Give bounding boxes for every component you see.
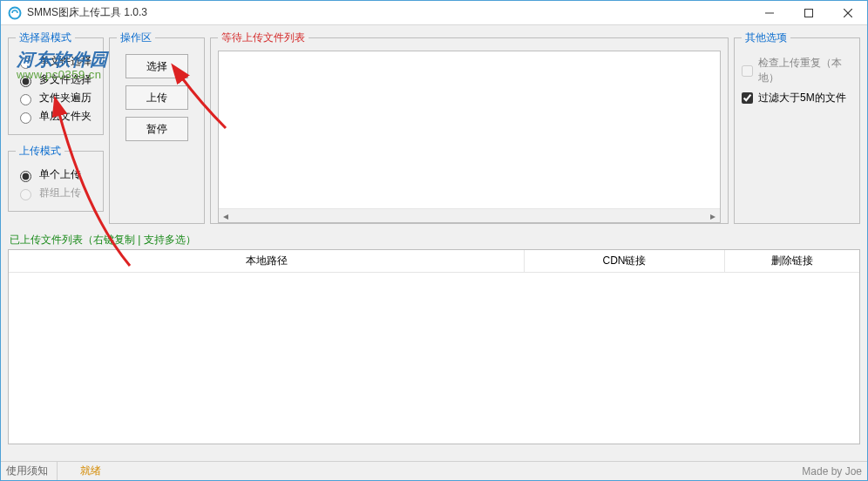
minimize-button[interactable] [749, 1, 789, 24]
col-cdn-link[interactable]: CDN链接 [525, 250, 725, 272]
uploaded-table[interactable]: 本地路径 CDN链接 删除链接 [8, 249, 860, 444]
scroll-right-icon[interactable]: ▸ [706, 209, 720, 223]
col-delete-link[interactable]: 删除链接 [725, 250, 859, 272]
horizontal-scrollbar[interactable]: ◂ ▸ [219, 208, 720, 222]
wait-list-box[interactable]: ◂ ▸ [218, 51, 721, 223]
ops-group: 操作区 选择 上传 暂停 [109, 30, 205, 224]
maximize-button[interactable] [789, 1, 828, 24]
radio-upload-group: 群组上传 [16, 186, 96, 200]
wait-list-group: 等待上传文件列表 ◂ ▸ [210, 30, 729, 224]
status-author: Made by Joe [802, 465, 862, 478]
radio-multi-file[interactable]: 多文件选择 [16, 72, 96, 87]
radio-upload-single[interactable]: 单个上传 [16, 167, 96, 182]
content-area: 选择器模式 单文件选择 多文件选择 文件夹遍历 单层文件夹 上传模式 单个上传 … [1, 25, 867, 461]
scroll-track[interactable] [233, 209, 706, 222]
upload-button[interactable]: 上传 [125, 85, 188, 110]
ops-legend: 操作区 [117, 30, 155, 45]
scroll-left-icon[interactable]: ◂ [219, 209, 233, 223]
radio-folder-recurse[interactable]: 文件夹遍历 [16, 91, 96, 105]
statusbar: 使用须知 就绪 Made by Joe [1, 461, 867, 480]
pause-button[interactable]: 暂停 [125, 117, 188, 141]
table-header: 本地路径 CDN链接 删除链接 [9, 250, 859, 273]
select-button[interactable]: 选择 [125, 54, 188, 78]
upload-mode-legend: 上传模式 [16, 144, 64, 159]
titlebar: SMMS图床上传工具 1.0.3 [1, 1, 867, 25]
other-options-group: 其他选项 检查上传重复（本地） 过滤大于5M的文件 [734, 30, 860, 224]
table-body[interactable] [9, 273, 859, 444]
svg-point-0 [10, 7, 21, 18]
other-options-legend: 其他选项 [742, 30, 790, 45]
uploaded-list-title: 已上传文件列表（右键复制 | 支持多选） [10, 233, 860, 247]
wait-list-legend: 等待上传文件列表 [218, 30, 309, 45]
status-usage-notes[interactable]: 使用须知 [6, 462, 58, 480]
checkbox-check-duplicate: 检查上传重复（本地） [742, 56, 852, 85]
radio-single-file[interactable]: 单文件选择 [16, 54, 96, 69]
select-mode-legend: 选择器模式 [16, 30, 75, 45]
col-local-path[interactable]: 本地路径 [9, 250, 525, 272]
select-mode-group: 选择器模式 单文件选择 多文件选择 文件夹遍历 单层文件夹 [8, 30, 104, 135]
radio-folder-flat[interactable]: 单层文件夹 [16, 109, 96, 124]
status-ready: 就绪 [58, 464, 802, 478]
svg-rect-2 [804, 9, 812, 17]
checkbox-filter-5m[interactable]: 过滤大于5M的文件 [742, 91, 852, 105]
close-button[interactable] [828, 1, 867, 24]
upload-mode-group: 上传模式 单个上传 群组上传 [8, 144, 104, 212]
app-icon [8, 6, 22, 20]
window-title: SMMS图床上传工具 1.0.3 [27, 5, 749, 20]
app-window: SMMS图床上传工具 1.0.3 选择器模式 单文件选择 多文件选择 文件夹遍历… [0, 0, 868, 481]
